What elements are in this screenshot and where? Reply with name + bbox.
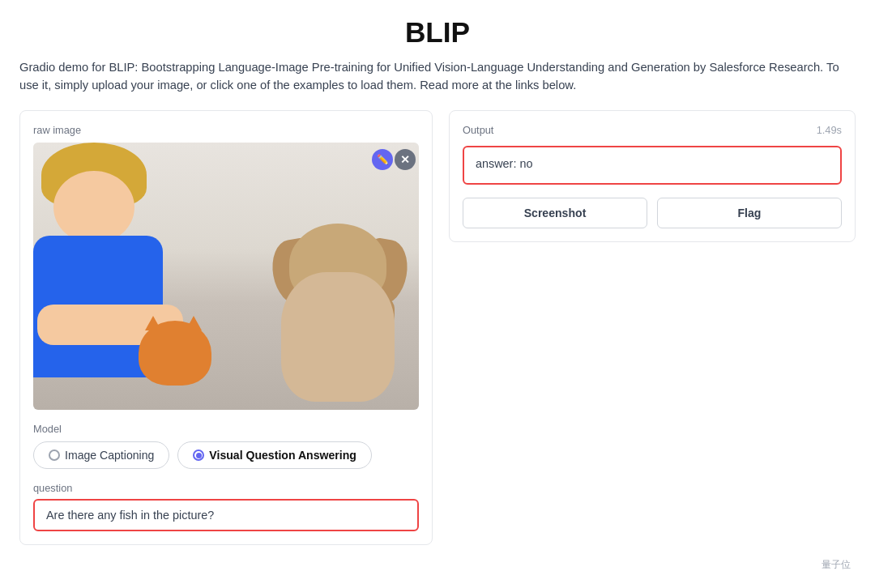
page-description: Gradio demo for BLIP: Bootstrapping Lang… — [19, 58, 856, 94]
image-close-button[interactable]: ✕ — [395, 149, 416, 170]
image-display — [33, 143, 419, 410]
watermark: 量子位 — [822, 558, 851, 561]
screenshot-button[interactable]: Screenshot — [463, 198, 647, 228]
output-label: Output — [463, 124, 493, 136]
output-time: 1.49s — [817, 124, 842, 136]
child-face — [53, 171, 134, 244]
model-btn-image-captioning[interactable]: Image Captioning — [33, 441, 169, 469]
image-edit-button[interactable]: ✏️ — [372, 149, 393, 170]
kitten-body — [139, 321, 211, 386]
flag-button[interactable]: Flag — [657, 198, 842, 228]
left-panel: raw image — [19, 110, 433, 545]
image-label: raw image — [33, 124, 419, 136]
image-upload-area[interactable]: ✏️ ✕ — [33, 143, 419, 410]
action-buttons: Screenshot Flag — [463, 198, 842, 228]
question-section: question — [33, 482, 419, 531]
right-panel: Output 1.49s answer: no Screenshot Flag — [449, 110, 856, 242]
model-btn-vqa-label: Visual Question Answering — [209, 449, 356, 462]
output-header: Output 1.49s — [463, 124, 842, 136]
model-label: Model — [33, 423, 419, 435]
question-input[interactable] — [33, 499, 419, 531]
page-title: BLIP — [19, 16, 856, 49]
dog-figure — [265, 199, 411, 402]
model-btn-image-captioning-label: Image Captioning — [65, 449, 154, 462]
question-label: question — [33, 482, 419, 494]
output-box: answer: no — [463, 146, 842, 185]
radio-vqa — [193, 450, 204, 461]
model-button-group: Image Captioning Visual Question Answeri… — [33, 441, 419, 469]
model-btn-vqa[interactable]: Visual Question Answering — [177, 441, 372, 469]
dog-body — [281, 272, 395, 402]
model-section: Model Image Captioning Visual Question A… — [33, 423, 419, 469]
main-layout: raw image — [19, 110, 856, 545]
radio-image-captioning — [49, 450, 60, 461]
